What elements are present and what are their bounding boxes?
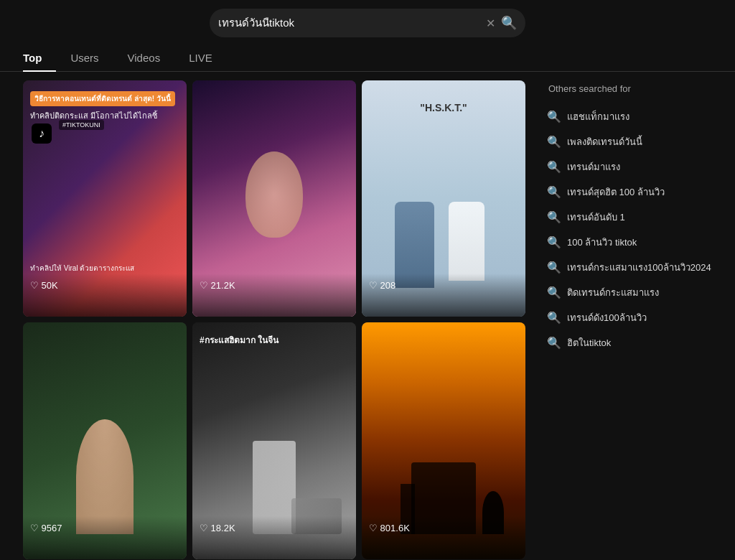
tab-users[interactable]: Users	[70, 45, 113, 71]
tab-top[interactable]: Top	[23, 45, 56, 71]
username-badge: #TIKTOKUNI	[59, 120, 104, 130]
main-layout: วิธีการหาคอนเทนต์ที่ติดเทรนด์ ล่าสุด! วั…	[0, 72, 735, 560]
sidebar-search-item[interactable]: 🔍 แฮชแท็กมาแรง	[548, 104, 721, 129]
search-icon: 🔍	[548, 162, 560, 173]
sidebar-title: Others searched for	[548, 83, 721, 94]
search-icon: 🔍	[548, 111, 560, 123]
card-overlay: วิธีการหาคอนเทนต์ที่ติดเทรนด์ ล่าสุด! วั…	[30, 91, 179, 121]
search-clear-button[interactable]: ✕	[486, 17, 495, 30]
sidebar-search-item[interactable]: 🔍 ฮิตในtiktok	[548, 330, 721, 355]
tabs-bar: Top Users Videos LIVE	[0, 45, 735, 72]
card-bottom-text: ทำคลิปให้ Viral ด้วยตารางกระแส	[30, 263, 134, 274]
search-icon: 🔍	[548, 312, 560, 324]
search-icon: 🔍	[548, 262, 560, 274]
search-icon: 🔍	[548, 237, 560, 248]
sidebar-item-text: เทรนด์มาแรง	[567, 159, 620, 174]
sidebar: Others searched for 🔍 แฮชแท็กมาแรง 🔍 เพล…	[534, 72, 735, 560]
video-grid: วิธีการหาคอนเทนต์ที่ติดเทรนด์ ล่าสุด! วั…	[23, 80, 525, 559]
sidebar-item-text: เทรนด์ดัง100ล้านวิว	[567, 310, 647, 325]
sidebar-item-text: ติดเทรนด์กระแสมาแรง	[567, 285, 659, 300]
search-bar-container: ✕ 🔍	[0, 0, 735, 45]
video-likes: ♡ 50K	[30, 280, 58, 291]
video-grid-area: วิธีการหาคอนเทนต์ที่ติดเทรนด์ ล่าสุด! วั…	[0, 72, 534, 560]
video-likes: ♡ 208	[369, 280, 395, 291]
sidebar-item-text: แฮชแท็กมาแรง	[567, 109, 629, 124]
search-input[interactable]	[218, 17, 486, 29]
tiktok-logo: ♪	[32, 123, 52, 144]
video-likes: ♡ 9567	[30, 523, 62, 533]
search-icon: 🔍	[548, 337, 560, 349]
sidebar-item-text: ฮิตในtiktok	[567, 335, 611, 350]
sidebar-item-text: เทรนด์อันดับ 1	[567, 210, 625, 225]
search-icon: 🔍	[548, 287, 560, 299]
search-icon: 🔍	[548, 212, 560, 223]
search-icon: 🔍	[548, 187, 560, 198]
card-badge: วิธีการหาคอนเทนต์ที่ติดเทรนด์ ล่าสุด! วั…	[30, 91, 175, 106]
sidebar-item-text: เทรนด์สุดฮิต 100 ล้านวิว	[567, 185, 665, 200]
video-card[interactable]: "H.S.K.T." ♡ 208 ♡ matchbox.o...	[362, 80, 525, 317]
video-card[interactable]: ♡ 801.6K 🌿 baanraiiarun	[362, 322, 525, 559]
video-card[interactable]: ♡ 21.2K 👤 jittranut_arrin	[192, 80, 356, 317]
sidebar-search-item[interactable]: 🔍 ติดเทรนด์กระแสมาแรง	[548, 280, 721, 305]
tab-live[interactable]: LIVE	[189, 45, 227, 71]
search-bar: ✕ 🔍	[210, 9, 525, 37]
sidebar-search-item[interactable]: 🔍 เทรนด์กระแสมาแรง100ล้านวิว2024	[548, 255, 721, 280]
video-card[interactable]: วิธีการหาคอนเทนต์ที่ติดเทรนด์ ล่าสุด! วั…	[23, 80, 187, 317]
sidebar-item-text: 100 ล้านวิว tiktok	[567, 235, 637, 250]
tab-videos[interactable]: Videos	[128, 45, 175, 71]
card-overlay-text: #กระแสฮิตมาก ในจีน	[200, 333, 278, 347]
video-card[interactable]: ♡ 9567 👤 aujjima_meen	[23, 322, 187, 559]
card-overlay-text: "H.S.K.T."	[420, 102, 467, 113]
sidebar-search-item[interactable]: 🔍 เทรนด์ดัง100ล้านวิว	[548, 305, 721, 330]
video-card[interactable]: #กระแสฮิตมาก ในจีน ♡ 18.2K 👤 jp_gift	[192, 322, 356, 559]
video-likes: ♡ 18.2K	[200, 523, 235, 533]
sidebar-item-text: เทรนด์กระแสมาแรง100ล้านวิว2024	[567, 260, 711, 275]
card-sub-text: ทำคลิปติดกระแส มีโอกาสไปได้ไกลซิ้	[30, 111, 179, 121]
search-icon: 🔍	[548, 136, 560, 148]
sidebar-search-item[interactable]: 🔍 เพลงติดเทรนด์วันนี้	[548, 129, 721, 154]
sidebar-search-item[interactable]: 🔍 100 ล้านวิว tiktok	[548, 230, 721, 255]
sidebar-search-item[interactable]: 🔍 เทรนด์มาแรง	[548, 154, 721, 179]
sidebar-search-item[interactable]: 🔍 เทรนด์สุดฮิต 100 ล้านวิว	[548, 179, 721, 205]
sidebar-search-item[interactable]: 🔍 เทรนด์อันดับ 1	[548, 205, 721, 230]
video-likes: ♡ 21.2K	[200, 280, 235, 291]
sidebar-item-text: เพลงติดเทรนด์วันนี้	[567, 134, 642, 149]
video-likes: ♡ 801.6K	[369, 523, 410, 533]
search-submit-button[interactable]: 🔍	[501, 15, 517, 31]
